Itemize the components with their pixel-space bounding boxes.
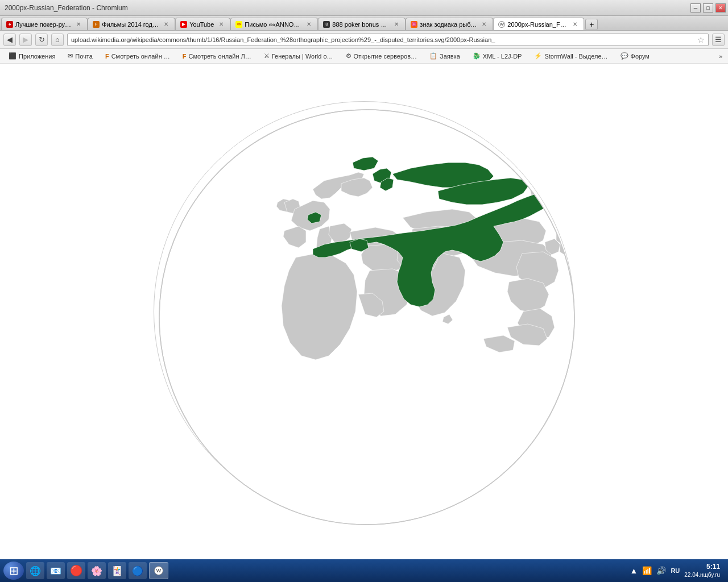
- bookmark-generals[interactable]: ⚔ Генералы | World o…: [259, 51, 338, 62]
- bookmark-watch1[interactable]: F Смотреть онлайн …: [100, 51, 175, 62]
- bookmark-generals-label: Генералы | World o…: [272, 53, 333, 60]
- tab-poker[interactable]: ♠ Лучшие покер-ру… ✕: [1, 18, 88, 30]
- bookmark-mail-icon: ✉: [68, 52, 73, 60]
- bookmark-star-icon[interactable]: ☆: [697, 35, 705, 44]
- tab-close-poker[interactable]: ✕: [75, 20, 82, 28]
- bookmark-watch2[interactable]: F Смотреть онлайн Л…: [177, 51, 257, 62]
- tab-label-films: Фильмы 2014 года…: [102, 21, 159, 28]
- back-button[interactable]: ◀: [3, 34, 16, 46]
- globe-container: [148, 90, 580, 533]
- start-icon: ⊞: [9, 564, 19, 577]
- tab-label-poker: Лучшие покер-ру…: [15, 21, 71, 28]
- minimize-button[interactable]: ─: [690, 3, 701, 13]
- tab-favicon-zodiac: ♓: [411, 21, 417, 28]
- main-content: [0, 64, 728, 559]
- tab-favicon-poker: ♠: [6, 21, 13, 28]
- tab-close-wikipedia[interactable]: ✕: [571, 20, 579, 28]
- tab-youtube[interactable]: ▶ YouTube ✕: [175, 18, 230, 30]
- taskbar-vpn-icon: 🔵: [132, 565, 143, 576]
- svg-point-1: [159, 110, 574, 525]
- reload-button[interactable]: ↻: [35, 34, 48, 46]
- bookmark-apps-label: Приложения: [19, 53, 55, 60]
- close-button[interactable]: ✕: [715, 3, 726, 13]
- bookmark-xml-label: XML - L2J-DP: [483, 53, 522, 60]
- tab-label-youtube: YouTube: [189, 21, 214, 28]
- taskbar: ⊞ 🌐 📧 🔴 🌸 🃏 🔵 W ▲ 📶 🔊 RU 5:11 22.04.нщбу…: [0, 559, 728, 582]
- bookmark-generals-icon: ⚔: [264, 52, 270, 60]
- tab-favicon-wikipedia: W: [498, 21, 505, 28]
- bookmark-servers-label: Открытие серверов…: [354, 53, 417, 60]
- tab-favicon-films: F: [93, 21, 100, 28]
- tab-films[interactable]: F Фильмы 2014 года… ✕: [88, 18, 175, 30]
- tab-zodiac[interactable]: ♓ знак зодиака рыба… ✕: [406, 18, 493, 30]
- menu-button[interactable]: ☰: [712, 34, 725, 46]
- taskbar-vpn[interactable]: 🔵: [129, 562, 147, 579]
- tab-close-888poker[interactable]: ✕: [392, 20, 400, 28]
- bookmark-request-icon: 📋: [429, 52, 437, 60]
- bookmark-forum-label: Форум: [631, 53, 650, 60]
- home-button[interactable]: ⌂: [51, 34, 64, 46]
- taskbar-active-window[interactable]: W: [149, 562, 168, 579]
- bookmark-request-label: Заявка: [440, 53, 460, 60]
- taskbar-browser[interactable]: 🌐: [26, 562, 44, 579]
- forward-button[interactable]: ▶: [19, 34, 32, 46]
- clock[interactable]: 5:11 22.04.нщбу.ru: [684, 563, 720, 579]
- bookmark-forum[interactable]: 💬 Форум: [615, 51, 655, 62]
- bookmark-servers-icon: ⚙: [346, 52, 351, 60]
- taskbar-flower[interactable]: 🌸: [88, 562, 106, 579]
- taskbar-chrome-icon: 🔴: [71, 565, 82, 576]
- bookmark-watch2-label: Смотреть онлайн Л…: [189, 53, 251, 60]
- tab-mail[interactable]: ✉ Письмо ««ANNO О… ✕: [230, 18, 318, 30]
- bookmark-xml-icon: 🐉: [473, 52, 481, 60]
- bookmark-stormwall[interactable]: ⚡ StormWall - Выделе…: [529, 51, 613, 62]
- clock-time: 5:11: [684, 563, 720, 572]
- tray-volume-icon[interactable]: 🔊: [656, 566, 666, 575]
- start-button[interactable]: ⊞: [3, 562, 24, 580]
- bookmark-forum-icon: 💬: [621, 52, 628, 60]
- taskbar-mail-icon: 📧: [50, 565, 61, 576]
- tab-wikipedia[interactable]: W 2000px-Russian_Fed… ✕: [493, 18, 584, 30]
- bookmarks-bar: ⬛ Приложения ✉ Почта F Смотреть онлайн ……: [0, 49, 728, 64]
- taskbar-poker-icon: 🃏: [111, 565, 123, 576]
- address-bar[interactable]: upload.wikimedia.org/wikipedia/commons/t…: [67, 34, 709, 46]
- tab-close-zodiac[interactable]: ✕: [480, 20, 488, 28]
- bookmark-apps[interactable]: ⬛ Приложения: [3, 51, 60, 62]
- taskbar-mail[interactable]: 📧: [47, 562, 65, 579]
- tab-label-zodiac: знак зодиака рыба…: [420, 21, 477, 28]
- taskbar-flower-icon: 🌸: [91, 565, 102, 576]
- taskbar-poker[interactable]: 🃏: [108, 562, 126, 579]
- bookmark-stormwall-label: StormWall - Выделе…: [544, 53, 607, 60]
- tray-network-icon[interactable]: 📶: [642, 566, 652, 575]
- taskbar-active-icon: W: [153, 565, 164, 576]
- bookmark-servers[interactable]: ⚙ Открытие серверов…: [341, 51, 422, 62]
- tab-label-mail: Письмо ««ANNO О…: [245, 21, 301, 28]
- tray-arrow-icon[interactable]: ▲: [630, 566, 638, 575]
- tab-label-wikipedia: 2000px-Russian_Fed…: [507, 21, 568, 28]
- bookmark-watch2-icon: F: [183, 53, 187, 60]
- tab-favicon-youtube: ▶: [180, 21, 187, 28]
- tab-favicon-888poker: 8: [323, 21, 330, 28]
- new-tab-button[interactable]: +: [585, 19, 598, 30]
- tab-888poker[interactable]: 8 888 poker bonus –… ✕: [318, 18, 406, 30]
- tab-label-888poker: 888 poker bonus –…: [332, 21, 389, 28]
- bookmark-watch1-label: Смотреть онлайн …: [111, 53, 170, 60]
- tab-favicon-mail: ✉: [235, 21, 242, 28]
- taskbar-browser-icon: 🌐: [30, 565, 41, 576]
- maximize-button[interactable]: □: [703, 3, 713, 13]
- title-text: 2000px-Russian_Federation - Chromium: [5, 4, 128, 12]
- taskbar-chrome[interactable]: 🔴: [67, 562, 85, 579]
- tab-close-youtube[interactable]: ✕: [217, 20, 225, 28]
- bookmark-mail[interactable]: ✉ Почта: [63, 51, 98, 62]
- clock-date: 22.04.нщбу.ru: [684, 571, 720, 579]
- tab-close-mail[interactable]: ✕: [305, 20, 313, 28]
- bookmark-mail-label: Почта: [75, 53, 93, 60]
- bookmark-xml[interactable]: 🐉 XML - L2J-DP: [468, 51, 527, 62]
- tab-close-films[interactable]: ✕: [162, 20, 170, 28]
- address-text: upload.wikimedia.org/wikipedia/commons/t…: [71, 36, 697, 43]
- nav-bar: ◀ ▶ ↻ ⌂ upload.wikimedia.org/wikipedia/c…: [0, 31, 728, 49]
- bookmarks-more-button[interactable]: »: [717, 53, 725, 60]
- bookmark-stormwall-icon: ⚡: [534, 52, 542, 60]
- tray-lang[interactable]: RU: [671, 567, 680, 574]
- bookmark-watch1-icon: F: [105, 53, 109, 60]
- bookmark-request[interactable]: 📋 Заявка: [424, 51, 465, 62]
